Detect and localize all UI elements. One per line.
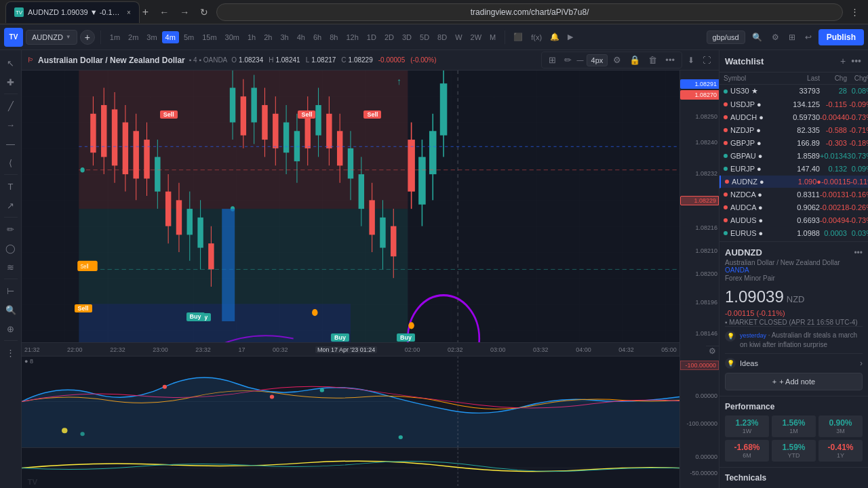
- svg-rect-27: [197, 218, 203, 248]
- back-button[interactable]: ←: [155, 4, 173, 20]
- watchlist-row-4[interactable]: GBPJP ● 166.89 -0.303 -0.18%: [719, 137, 868, 150]
- address-bar[interactable]: [216, 3, 843, 21]
- time-label-7: 00:32: [273, 346, 288, 353]
- draw-more-btn[interactable]: •••: [663, 54, 677, 66]
- open-info: O 1.08234: [231, 56, 263, 64]
- chart-collapse-btn[interactable]: ⬇: [685, 54, 697, 66]
- symbol-selector[interactable]: AUDNZD ▼: [26, 30, 77, 45]
- trendline-tool[interactable]: ╱: [2, 97, 20, 115]
- fib-tool[interactable]: ≋: [2, 258, 20, 276]
- refresh-button[interactable]: ↻: [196, 4, 212, 20]
- layout-button[interactable]: ⊞: [786, 31, 798, 43]
- arrow-tool[interactable]: ↗: [2, 197, 20, 214]
- chart-type-button[interactable]: ⬛: [511, 31, 526, 43]
- detail-more-button[interactable]: •••: [854, 248, 863, 258]
- search-toolbar-button[interactable]: 🔍: [749, 31, 765, 43]
- chart-fullscreen-btn[interactable]: ⛶: [700, 54, 713, 66]
- ideas-row[interactable]: 💡 Ideas ›: [725, 353, 863, 373]
- settings-toolbar-button[interactable]: ⚙: [769, 31, 782, 43]
- price-label-3: 1.08232: [695, 170, 717, 177]
- comparison-symbol[interactable]: gbp/usd: [707, 30, 745, 44]
- tf-8d[interactable]: 8D: [434, 31, 450, 43]
- zoom-tool[interactable]: 🔍: [2, 301, 20, 319]
- buy-badge-1: Buy: [331, 333, 349, 342]
- undo-button[interactable]: ↩: [802, 31, 814, 43]
- watchlist-row-5[interactable]: GBPAU ● 1.8589 +0.01343 0.73%: [719, 150, 868, 163]
- svg-point-77: [408, 322, 414, 329]
- watchlist-row-8[interactable]: NZDCA ● 0.8311 -0.00131 -0.16%: [719, 188, 868, 201]
- tf-1m[interactable]: 1m: [106, 31, 123, 43]
- draw-trash-btn[interactable]: 🗑: [646, 54, 660, 66]
- hline-tool[interactable]: —: [2, 135, 20, 152]
- tf-5d[interactable]: 5D: [416, 31, 433, 43]
- tf-w[interactable]: W: [452, 31, 465, 43]
- watchlist-add-button[interactable]: +: [839, 54, 847, 68]
- tf-5m[interactable]: 5m: [180, 31, 197, 43]
- text-tool[interactable]: T: [2, 178, 20, 195]
- tab-close-icon[interactable]: ×: [127, 9, 131, 16]
- chart-container: 🏳 Australian Dollar / New Zealand Dollar…: [22, 50, 719, 488]
- tf-m[interactable]: M: [486, 31, 499, 43]
- tf-3m[interactable]: 3m: [143, 31, 160, 43]
- watchlist-row-10[interactable]: AUDUS ● 0.6693 -0.00494 -0.73%: [719, 214, 868, 227]
- tf-12h[interactable]: 12h: [342, 31, 361, 43]
- tf-2m[interactable]: 2m: [125, 31, 142, 43]
- tf-15m[interactable]: 15m: [199, 31, 220, 43]
- wl-dot-3: [724, 128, 728, 132]
- draw-lock-btn[interactable]: 🔒: [627, 54, 643, 66]
- draw-pencil-btn[interactable]: ✏: [561, 54, 574, 66]
- watchlist-row-7[interactable]: AUDNZ ● 1.090● -0.00115 -0.11%: [719, 176, 868, 188]
- shape-tool[interactable]: ◯: [2, 239, 20, 257]
- forward-button[interactable]: →: [176, 4, 193, 20]
- channel-tool[interactable]: ⟨: [2, 154, 20, 171]
- watchlist-row-1[interactable]: USDJP ● 134.125 -0.115 -0.09%: [719, 98, 868, 111]
- watchlist-row-0[interactable]: US30 ★ 33793 28 0.08%: [719, 85, 868, 98]
- tf-1d[interactable]: 1D: [363, 31, 380, 43]
- wl-chg-3: -0.588: [820, 126, 847, 134]
- tf-30m[interactable]: 30m: [222, 31, 243, 43]
- draw-settings-btn[interactable]: ⚙: [610, 54, 624, 66]
- ray-tool[interactable]: →: [2, 116, 20, 134]
- replay-button[interactable]: ▶: [565, 31, 576, 43]
- tf-2d[interactable]: 2D: [381, 31, 397, 43]
- tf-6h[interactable]: 6h: [310, 31, 325, 43]
- measure-tool[interactable]: ⊢: [2, 282, 20, 300]
- draw-shapes-btn[interactable]: ⊞: [546, 54, 559, 66]
- pct-label-100: -100.00000: [680, 361, 719, 370]
- right-panel: Watchlist + ••• Symbol Last Chg Chg% US3…: [719, 50, 868, 488]
- watchlist-more-button[interactable]: •••: [850, 54, 863, 68]
- tf-4h[interactable]: 4h: [294, 31, 309, 43]
- tf-3d[interactable]: 3D: [399, 31, 415, 43]
- watchlist-row-11[interactable]: EURUS ● 1.0988 0.0003 0.03%: [719, 227, 868, 240]
- add-symbol-button[interactable]: +: [80, 30, 95, 45]
- add-note-button[interactable]: + + Add note: [725, 373, 863, 390]
- chart-symbol-name: Australian Dollar / New Zealand Dollar: [38, 56, 185, 65]
- brush-tool[interactable]: ✏: [2, 220, 20, 238]
- svg-rect-31: [230, 88, 235, 123]
- tf-2w[interactable]: 2W: [467, 31, 486, 43]
- crosshair-tool[interactable]: ✚: [2, 73, 20, 91]
- extensions-button[interactable]: ⋮: [847, 5, 863, 18]
- alerts-button[interactable]: 🔔: [547, 31, 562, 43]
- watchlist-row-9[interactable]: AUDCA ● 0.9062 -0.00218 -0.26%: [719, 201, 868, 214]
- news-item[interactable]: 💡 yesterday · Australian dlr steals a ma…: [725, 326, 863, 353]
- tf-3h[interactable]: 3h: [277, 31, 292, 43]
- watchlist-row-2[interactable]: AUDCH ● 0.59730 -0.00440 -0.73%: [719, 111, 868, 124]
- svg-point-87: [399, 435, 403, 439]
- tf-2h[interactable]: 2h: [260, 31, 275, 43]
- tf-4m[interactable]: 4m: [162, 31, 179, 43]
- watchlist-row-6[interactable]: EURJP ● 147.40 0.132 0.09%: [719, 163, 868, 176]
- chart-settings-btn[interactable]: ⚙: [709, 346, 716, 356]
- publish-button[interactable]: Publish: [818, 29, 864, 45]
- magnet-tool[interactable]: ⊕: [2, 320, 20, 338]
- indicators-button[interactable]: f(x): [528, 32, 545, 43]
- tf-1h[interactable]: 1h: [244, 31, 259, 43]
- tf-8h[interactable]: 8h: [326, 31, 341, 43]
- cursor-tool[interactable]: ↖: [2, 54, 20, 72]
- main-chart-area[interactable]: Sell Sell Sell Sell Sell Buy Buy Buy Buy…: [22, 70, 679, 356]
- active-tab[interactable]: TV AUDNZD 1.09039 ▼ -0.11%; gbp/u... ×: [5, 1, 140, 23]
- new-tab-button[interactable]: +: [140, 3, 151, 21]
- change-info: -0.00005: [378, 56, 405, 64]
- more-tools[interactable]: ⋮: [2, 344, 20, 361]
- watchlist-row-3[interactable]: NZDJP ● 82.335 -0.588 -0.71%: [719, 124, 868, 137]
